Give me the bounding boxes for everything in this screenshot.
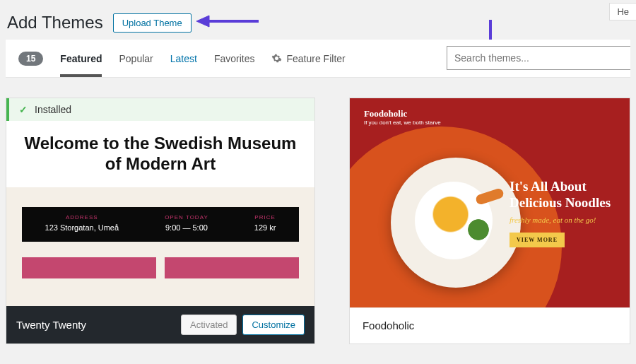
tab-featured[interactable]: Featured — [60, 40, 102, 77]
svg-marker-1 — [196, 16, 209, 27]
tab-latest[interactable]: Latest — [170, 40, 197, 77]
preview-col-label: ADDRESS — [45, 214, 119, 221]
feature-filter-button[interactable]: Feature Filter — [271, 53, 345, 64]
theme-card-twenty-twenty[interactable]: ✓ Installed Welcome to the Swedish Museu… — [6, 98, 315, 344]
installed-banner: ✓ Installed — [6, 98, 314, 121]
tab-popular[interactable]: Popular — [119, 40, 153, 77]
installed-label: Installed — [35, 104, 71, 115]
preview-col-label: OPEN TODAY — [165, 214, 208, 221]
tab-favorites[interactable]: Favorites — [214, 40, 255, 77]
upload-theme-button[interactable]: Upload Theme — [113, 13, 192, 33]
filter-bar: 15 Featured Popular Latest Favorites Fea… — [6, 40, 630, 78]
gear-icon — [271, 53, 282, 64]
annotation-arrow-upload — [196, 13, 260, 30]
theme-count-badge: 15 — [18, 52, 43, 66]
search-input[interactable] — [447, 46, 630, 70]
theme-name: Foodoholic — [363, 319, 414, 331]
preview-cta: VIEW MORE — [510, 233, 565, 247]
feature-filter-label: Feature Filter — [286, 53, 345, 64]
customize-button[interactable]: Customize — [242, 315, 304, 335]
theme-preview: Foodoholic If you don't eat, we both sta… — [350, 98, 630, 307]
preview-title: It's All About Delicious Noodles — [510, 179, 630, 211]
preview-col-value: 123 Storgatan, Umeå — [45, 223, 119, 232]
preview-col-value: 129 kr — [254, 223, 276, 232]
page-title: Add Themes — [7, 13, 103, 33]
theme-preview: Welcome to the Swedish Museum of Modern … — [6, 121, 314, 306]
help-tab[interactable]: He — [609, 3, 636, 20]
bowl-image — [391, 158, 521, 288]
preview-block — [22, 257, 156, 278]
preview-brand: Foodoholic — [364, 108, 407, 119]
preview-block — [165, 257, 299, 278]
preview-tagline: If you don't eat, we both starve — [364, 119, 441, 126]
theme-name: Twenty Twenty — [16, 319, 86, 331]
theme-card-foodoholic[interactable]: Foodoholic If you don't eat, we both sta… — [349, 98, 630, 344]
preview-subtitle: freshly made, eat on the go! — [510, 216, 630, 224]
preview-headline: Welcome to the Swedish Museum of Modern … — [20, 134, 300, 175]
check-icon: ✓ — [19, 104, 28, 115]
preview-col-label: PRICE — [254, 214, 276, 221]
activated-button: Activated — [181, 315, 237, 335]
preview-col-value: 9:00 — 5:00 — [165, 223, 208, 232]
